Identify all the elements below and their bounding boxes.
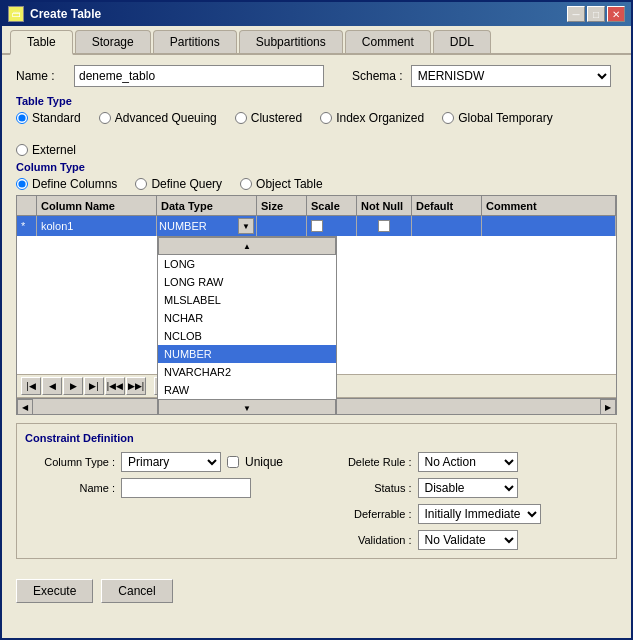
table-type-label: Table Type <box>16 95 617 107</box>
constraint-name-row: Name : <box>25 478 312 498</box>
maximize-button[interactable]: □ <box>587 6 605 22</box>
column-type-label: Column Type <box>16 161 617 173</box>
radio-advanced-queuing: Advanced Queuing <box>99 111 217 125</box>
validation-select[interactable]: No Validate <box>418 530 518 550</box>
cell-not-null <box>357 216 412 236</box>
radio-standard-label: Standard <box>32 111 81 125</box>
dropdown-item-nchar[interactable]: NCHAR <box>158 309 336 327</box>
row-indicator: * <box>17 216 37 236</box>
table-type-section: Table Type Standard Advanced Queuing Clu… <box>16 95 617 157</box>
header-default: Default <box>412 196 482 215</box>
nav-first[interactable]: |◀ <box>21 377 41 395</box>
radio-clustered-label: Clustered <box>251 111 302 125</box>
cell-comment <box>482 216 616 236</box>
validation-label: Validation : <box>322 534 412 546</box>
radio-externel-input[interactable] <box>16 144 28 156</box>
data-type-dropdown: ▲ LONG LONG RAW MLSLABEL NCHAR NCLOB NUM… <box>157 236 337 415</box>
radio-index-organized: Index Organized <box>320 111 424 125</box>
radio-advanced-queuing-label: Advanced Queuing <box>115 111 217 125</box>
radio-standard: Standard <box>16 111 81 125</box>
nav-next[interactable]: ▶ <box>63 377 83 395</box>
col-type-label: Column Type : <box>25 456 115 468</box>
column-type-radios: Define Columns Define Query Object Table <box>16 177 617 191</box>
radio-index-organized-input[interactable] <box>320 112 332 124</box>
h-scroll-right[interactable]: ▶ <box>600 399 616 415</box>
tab-comment[interactable]: Comment <box>345 30 431 53</box>
close-button[interactable]: ✕ <box>607 6 625 22</box>
col-type-select[interactable]: Primary <box>121 452 221 472</box>
dropdown-item-nvarchar2[interactable]: NVARCHAR2 <box>158 363 336 381</box>
dropdown-scroll-up[interactable]: ▲ <box>158 237 336 255</box>
header-not-null: Not Null <box>357 196 412 215</box>
table-header: Column Name Data Type Size Scale Not Nul… <box>17 196 616 216</box>
dropdown-item-long[interactable]: LONG <box>158 255 336 273</box>
dropdown-item-raw[interactable]: RAW <box>158 381 336 399</box>
deferrable-row: Deferrable : Initially Immediate <box>322 504 609 524</box>
radio-index-organized-label: Index Organized <box>336 111 424 125</box>
cell-data-type[interactable]: NUMBER ▼ <box>157 216 257 236</box>
radio-externel: Externel <box>16 143 76 157</box>
header-scale: Scale <box>307 196 357 215</box>
schema-select[interactable]: MERNISDW <box>411 65 611 87</box>
radio-global-temporary-input[interactable] <box>442 112 454 124</box>
tab-storage[interactable]: Storage <box>75 30 151 53</box>
schema-label: Schema : <box>352 69 403 83</box>
col-type-row: Column Type : Primary Unique <box>25 452 312 472</box>
dropdown-item-long-raw[interactable]: LONG RAW <box>158 273 336 291</box>
table-row: * kolon1 NUMBER ▼ <box>17 216 616 236</box>
header-data-type: Data Type <box>157 196 257 215</box>
radio-advanced-queuing-input[interactable] <box>99 112 111 124</box>
tab-subpartitions[interactable]: Subpartitions <box>239 30 343 53</box>
delete-rule-select[interactable]: No Action <box>418 452 518 472</box>
radio-define-query-input[interactable] <box>135 178 147 190</box>
radio-standard-input[interactable] <box>16 112 28 124</box>
footer: Execute Cancel <box>2 569 631 613</box>
execute-button[interactable]: Execute <box>16 579 93 603</box>
radio-object-table: Object Table <box>240 177 323 191</box>
tab-ddl[interactable]: DDL <box>433 30 491 53</box>
constraint-title: Constraint Definition <box>25 432 608 444</box>
dropdown-item-nclob[interactable]: NCLOB <box>158 327 336 345</box>
radio-object-table-input[interactable] <box>240 178 252 190</box>
cell-size <box>257 216 307 236</box>
deferrable-select[interactable]: Initially Immediate <box>418 504 541 524</box>
constraint-section: Constraint Definition Column Type : Prim… <box>16 423 617 559</box>
status-select[interactable]: Disable <box>418 478 518 498</box>
data-type-dropdown-arrow[interactable]: ▼ <box>238 218 254 234</box>
name-label: Name : <box>16 69 66 83</box>
nav-last2[interactable]: ▶▶| <box>126 377 146 395</box>
radio-define-columns-input[interactable] <box>16 178 28 190</box>
h-scroll-left[interactable]: ◀ <box>17 399 33 415</box>
columns-table: Column Name Data Type Size Scale Not Nul… <box>16 195 617 415</box>
unique-checkbox[interactable] <box>227 456 239 468</box>
radio-global-temporary-label: Global Temporary <box>458 111 553 125</box>
deferrable-label: Deferrable : <box>322 508 412 520</box>
tab-table[interactable]: Table <box>10 30 73 55</box>
radio-define-columns-label: Define Columns <box>32 177 117 191</box>
radio-global-temporary: Global Temporary <box>442 111 553 125</box>
nav-prev[interactable]: ◀ <box>42 377 62 395</box>
tab-partitions[interactable]: Partitions <box>153 30 237 53</box>
cell-scale <box>307 216 357 236</box>
name-input[interactable] <box>74 65 324 87</box>
radio-externel-label: Externel <box>32 143 76 157</box>
nav-first2[interactable]: |◀◀ <box>105 377 125 395</box>
header-size: Size <box>257 196 307 215</box>
not-null-checkbox[interactable] <box>378 220 390 232</box>
nav-last[interactable]: ▶| <box>84 377 104 395</box>
dropdown-scroll-down[interactable]: ▼ <box>158 399 336 415</box>
header-comment: Comment <box>482 196 616 215</box>
radio-define-query-label: Define Query <box>151 177 222 191</box>
minimize-button[interactable]: ─ <box>567 6 585 22</box>
cancel-button[interactable]: Cancel <box>101 579 172 603</box>
tabs-row: Table Storage Partitions Subpartitions C… <box>2 26 631 55</box>
scale-checkbox[interactable] <box>311 220 323 232</box>
dropdown-item-mlslabel[interactable]: MLSLABEL <box>158 291 336 309</box>
name-schema-row: Name : Schema : MERNISDW <box>16 65 617 87</box>
constraint-name-input[interactable] <box>121 478 251 498</box>
status-row: Status : Disable <box>322 478 609 498</box>
dropdown-item-number[interactable]: NUMBER <box>158 345 336 363</box>
column-type-section: Column Type Define Columns Define Query … <box>16 161 617 191</box>
table-type-radios: Standard Advanced Queuing Clustered Inde… <box>16 111 617 157</box>
radio-clustered-input[interactable] <box>235 112 247 124</box>
